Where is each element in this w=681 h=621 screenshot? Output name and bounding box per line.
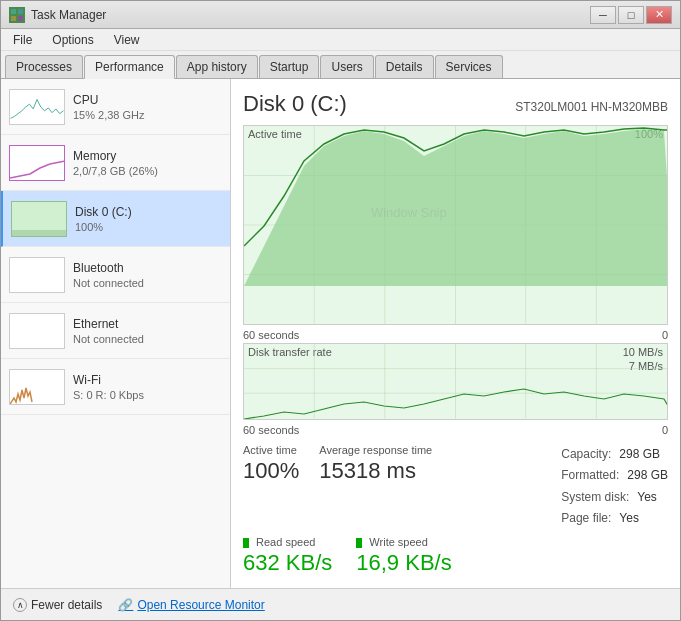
response-time-stat: Average response time 15318 ms	[319, 444, 432, 484]
write-speed-value: 16,9 KB/s	[356, 550, 451, 576]
title-bar-left: Task Manager	[9, 7, 106, 23]
maximize-button[interactable]: □	[618, 6, 644, 24]
svg-rect-0	[11, 9, 16, 14]
sidebar: CPU 15% 2,38 GHz Memory 2,0/7,8 GB (26%)	[1, 79, 231, 588]
active-time-chart: Active time 100%	[243, 125, 668, 325]
memory-thumbnail	[9, 145, 65, 181]
svg-marker-17	[244, 129, 667, 286]
bluetooth-sub: Not connected	[73, 277, 144, 289]
wifi-label: Wi-Fi	[73, 373, 144, 387]
capacity-row: Capacity: 298 GB	[561, 444, 668, 466]
window-controls: ─ □ ✕	[590, 6, 672, 24]
footer: ∧ Fewer details 🔗 Open Resource Monitor	[1, 588, 680, 620]
close-button[interactable]: ✕	[646, 6, 672, 24]
formatted-label: Formatted:	[561, 465, 619, 487]
menu-bar: File Options View	[1, 29, 680, 51]
disk-title: Disk 0 (C:)	[243, 91, 347, 117]
fewer-details-label: Fewer details	[31, 598, 102, 612]
transfer-rate-chart: Disk transfer rate 10 MB/s 7 MB/s	[243, 343, 668, 420]
sidebar-item-ethernet[interactable]: Ethernet Not connected	[1, 303, 230, 359]
response-time-stat-value: 15318 ms	[319, 458, 432, 484]
memory-label: Memory	[73, 149, 158, 163]
wifi-thumbnail	[9, 369, 65, 405]
menu-options[interactable]: Options	[44, 31, 101, 49]
read-indicator	[243, 538, 249, 548]
disk-sub: 100%	[75, 221, 132, 233]
content-area: CPU 15% 2,38 GHz Memory 2,0/7,8 GB (26%)	[1, 79, 680, 588]
sidebar-item-wifi[interactable]: Wi-Fi S: 0 R: 0 Kbps	[1, 359, 230, 415]
svg-rect-1	[18, 9, 23, 14]
fewer-details-button[interactable]: ∧ Fewer details	[13, 598, 102, 612]
wifi-info: Wi-Fi S: 0 R: 0 Kbps	[73, 373, 144, 401]
title-bar: Task Manager ─ □ ✕	[1, 1, 680, 29]
tab-services[interactable]: Services	[435, 55, 503, 78]
write-speed-label: Write speed	[356, 536, 451, 548]
svg-rect-8	[10, 370, 65, 405]
active-time-chart-svg	[244, 126, 667, 324]
disk-label: Disk 0 (C:)	[75, 205, 132, 219]
capacity-label: Capacity:	[561, 444, 611, 466]
disk-header: Disk 0 (C:) ST320LM001 HN-M320MBB	[243, 91, 668, 117]
tab-details[interactable]: Details	[375, 55, 434, 78]
tab-users[interactable]: Users	[320, 55, 373, 78]
ethernet-sub: Not connected	[73, 333, 144, 345]
sidebar-item-disk[interactable]: Disk 0 (C:) 100%	[1, 191, 230, 247]
svg-rect-7	[12, 230, 67, 237]
read-speed-value: 632 KB/s	[243, 550, 332, 576]
bluetooth-thumbnail	[9, 257, 65, 293]
menu-view[interactable]: View	[106, 31, 148, 49]
cpu-info: CPU 15% 2,38 GHz	[73, 93, 145, 121]
app-icon	[9, 7, 25, 23]
tab-performance[interactable]: Performance	[84, 55, 175, 79]
formatted-value: 298 GB	[627, 465, 668, 487]
menu-file[interactable]: File	[5, 31, 40, 49]
sidebar-item-bluetooth[interactable]: Bluetooth Not connected	[1, 247, 230, 303]
open-resource-monitor-link[interactable]: 🔗 Open Resource Monitor	[118, 598, 264, 612]
read-speed-label-text: Read speed	[256, 536, 315, 548]
transfer-rate-svg	[244, 344, 667, 419]
system-disk-row: System disk: Yes	[561, 487, 668, 509]
resource-monitor-icon: 🔗	[118, 598, 133, 612]
side-stats: Capacity: 298 GB Formatted: 298 GB Syste…	[561, 444, 668, 530]
chart1-bottom: 60 seconds 0	[243, 329, 668, 341]
response-time-stat-label: Average response time	[319, 444, 432, 456]
active-time-stat-value: 100%	[243, 458, 299, 484]
tab-bar: Processes Performance App history Startu…	[1, 51, 680, 79]
minimize-button[interactable]: ─	[590, 6, 616, 24]
read-speed-label: Read speed	[243, 536, 332, 548]
sidebar-item-memory[interactable]: Memory 2,0/7,8 GB (26%)	[1, 135, 230, 191]
chart1-time-label: 60 seconds	[243, 329, 299, 341]
disk-thumbnail	[11, 201, 67, 237]
bluetooth-label: Bluetooth	[73, 261, 144, 275]
active-time-stat-label: Active time	[243, 444, 299, 456]
memory-sub: 2,0/7,8 GB (26%)	[73, 165, 158, 177]
svg-rect-3	[18, 16, 23, 21]
write-indicator	[356, 538, 362, 548]
stats-row: Active time 100% Average response time 1…	[243, 444, 668, 530]
capacity-value: 298 GB	[619, 444, 660, 466]
system-disk-label: System disk:	[561, 487, 629, 509]
bluetooth-info: Bluetooth Not connected	[73, 261, 144, 289]
read-speed-stat: Read speed 632 KB/s	[243, 536, 332, 576]
cpu-sub: 15% 2,38 GHz	[73, 109, 145, 121]
wifi-sub: S: 0 R: 0 Kbps	[73, 389, 144, 401]
write-speed-label-text: Write speed	[369, 536, 428, 548]
disk-model: ST320LM001 HN-M320MBB	[515, 100, 668, 114]
window-title: Task Manager	[31, 8, 106, 22]
ethernet-label: Ethernet	[73, 317, 144, 331]
disk-info: Disk 0 (C:) 100%	[75, 205, 132, 233]
sidebar-item-cpu[interactable]: CPU 15% 2,38 GHz	[1, 79, 230, 135]
memory-info: Memory 2,0/7,8 GB (26%)	[73, 149, 158, 177]
tab-app-history[interactable]: App history	[176, 55, 258, 78]
read-write-row: Read speed 632 KB/s Write speed 16,9 KB/…	[243, 536, 668, 576]
write-speed-stat: Write speed 16,9 KB/s	[356, 536, 451, 576]
formatted-row: Formatted: 298 GB	[561, 465, 668, 487]
page-file-value: Yes	[619, 508, 639, 530]
tab-processes[interactable]: Processes	[5, 55, 83, 78]
ethernet-info: Ethernet Not connected	[73, 317, 144, 345]
svg-rect-2	[11, 16, 16, 21]
task-manager-window: Task Manager ─ □ ✕ File Options View Pro…	[0, 0, 681, 621]
tab-startup[interactable]: Startup	[259, 55, 320, 78]
chart1-time-right: 0	[662, 329, 668, 341]
chart2-bottom: 60 seconds 0	[243, 424, 668, 436]
